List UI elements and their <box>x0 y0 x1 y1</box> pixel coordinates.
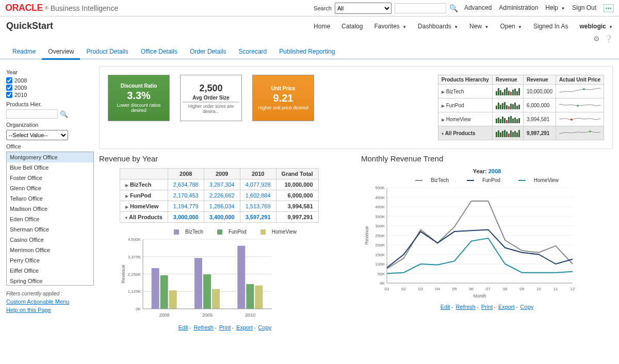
signout-link[interactable]: Sign Out <box>572 4 596 12</box>
office-list[interactable]: Montgomery Office Blue Bell Office Foste… <box>6 152 94 286</box>
office-item[interactable]: Sherman Office <box>7 224 93 235</box>
monthly-trend-panel: Monthly Revenue Trend Year: 2008 BizTech… <box>361 154 613 330</box>
year-label: Year <box>6 69 94 75</box>
tab-product-details[interactable]: Product Details <box>80 45 134 58</box>
table-row-total[interactable]: ▾All Products 9,997,291 <box>438 126 604 140</box>
col-2009[interactable]: 2009 <box>204 169 240 179</box>
nav-home[interactable]: Home <box>314 23 330 30</box>
tab-published-reporting[interactable]: Published Reporting <box>273 45 341 58</box>
office-item[interactable]: Blue Bell Office <box>7 162 93 173</box>
search-scope-select[interactable]: All <box>335 3 392 14</box>
office-item[interactable]: Eden Office <box>7 214 93 224</box>
help-icon[interactable]: ❔ <box>604 35 613 43</box>
nav-open[interactable]: Open ▼ <box>500 23 522 30</box>
office-item[interactable]: Spring Office <box>7 276 93 286</box>
kpi-unit-price[interactable]: Unit Price 9.21 Higher unit price desire… <box>252 75 314 121</box>
kpi-discount-ratio[interactable]: Discount Ratio 3.3% Lower discount ratio… <box>108 75 170 121</box>
svg-rect-20 <box>203 275 211 309</box>
expand-icon[interactable]: ▶ <box>442 90 445 94</box>
office-item[interactable]: Foster Office <box>7 173 93 183</box>
edit-link[interactable]: Edit <box>441 304 450 310</box>
help-link[interactable]: Help ▼ <box>545 4 565 12</box>
tab-order-details[interactable]: Order Details <box>184 45 233 58</box>
help-page-link[interactable]: Help on this Page <box>6 307 94 313</box>
col-unit-price[interactable]: Actual Unit Price <box>556 75 604 85</box>
office-item[interactable]: Eiffel Office <box>7 266 93 276</box>
products-hierarchy-table: Products Hierarchy Revenue Revenue Actua… <box>438 75 604 140</box>
year-2009-checkbox[interactable]: 2009 <box>6 85 94 91</box>
office-item[interactable]: Perry Office <box>7 255 93 266</box>
advanced-link[interactable]: Advanced <box>464 4 492 12</box>
refresh-link[interactable]: Refresh <box>455 304 476 310</box>
tab-overview[interactable]: Overview <box>42 45 80 60</box>
custom-actionable-menu-link[interactable]: Custom Actionable Menu <box>6 299 94 305</box>
page-subheader: QuickStart Home Catalog Favorites ▼ Dash… <box>0 16 619 35</box>
edit-link[interactable]: Edit <box>178 324 188 330</box>
print-link[interactable]: Print <box>219 324 231 330</box>
office-item[interactable]: Montgomery Office <box>7 152 93 162</box>
col-revenue[interactable]: Revenue <box>523 75 556 85</box>
col-products-hierarchy[interactable]: Products Hierarchy <box>438 75 492 85</box>
table-row-total[interactable]: ▾All Products3,000,0003,400,0003,597,291… <box>120 212 319 223</box>
svg-text:02: 02 <box>401 287 406 291</box>
copy-link[interactable]: Copy <box>520 304 534 310</box>
nav-favorites[interactable]: Favorites ▼ <box>374 23 406 30</box>
svg-text:450K: 450K <box>375 195 385 200</box>
trend-year-value[interactable]: 2008 <box>488 168 501 174</box>
office-label: Office <box>6 143 94 150</box>
refresh-link[interactable]: Refresh <box>193 324 214 330</box>
export-link[interactable]: Export <box>236 324 253 330</box>
col-grand-total[interactable]: Grand Total <box>276 169 318 179</box>
svg-rect-25 <box>255 286 263 309</box>
svg-text:50K: 50K <box>378 272 385 276</box>
administration-link[interactable]: Administration <box>499 4 538 12</box>
year-2010-checkbox[interactable]: 2010 <box>6 92 94 98</box>
office-item[interactable]: Tellaro Office <box>7 193 93 204</box>
print-link[interactable]: Print <box>481 304 493 310</box>
organization-select[interactable]: --Select Value-- <box>6 130 68 140</box>
svg-text:Revenue: Revenue <box>364 226 369 244</box>
office-item[interactable]: Glenn Office <box>7 183 93 193</box>
nav-new[interactable]: New ▼ <box>469 23 488 30</box>
nav-dashboards[interactable]: Dashboards ▼ <box>418 23 458 30</box>
gear-icon[interactable]: ⚙ <box>593 35 600 43</box>
nav-catalog[interactable]: Catalog <box>341 23 363 30</box>
table-row[interactable]: ▶HomeView1,194,7791,286,0341,513,7693,99… <box>120 201 319 212</box>
office-item[interactable]: Madison Office <box>7 204 93 214</box>
year-2008-checkbox[interactable]: 2008 <box>6 77 94 84</box>
tab-readme[interactable]: Readme <box>6 45 42 58</box>
table-row[interactable]: ▶FunPod 6,000,000 <box>438 98 604 112</box>
products-hier-input[interactable] <box>6 109 58 119</box>
col-revenue-bars[interactable]: Revenue <box>492 75 523 85</box>
svg-text:500K: 500K <box>375 186 385 190</box>
user-menu[interactable]: weblogic ▼ <box>579 23 613 30</box>
search-icon[interactable]: 🔍 <box>449 4 458 12</box>
copy-link[interactable]: Copy <box>258 324 272 330</box>
search-icon[interactable]: 🔍 <box>60 110 68 118</box>
tab-scorecard[interactable]: Scorecard <box>233 45 273 58</box>
table-row[interactable]: ▶FunPod2,170,4532,226,6621,602,8846,000,… <box>120 190 319 201</box>
col-2008[interactable]: 2008 <box>168 169 204 179</box>
tab-office-details[interactable]: Office Details <box>135 45 184 58</box>
expand-icon[interactable]: ▶ <box>442 104 445 108</box>
expand-icon[interactable]: ▶ <box>442 118 445 122</box>
office-item[interactable]: Merrimon Office <box>7 245 93 255</box>
svg-text:03: 03 <box>418 287 423 291</box>
kpi-avg-order-size[interactable]: 2,500 Avg Order Size Higher order sizes … <box>180 75 242 121</box>
svg-text:04: 04 <box>435 287 440 291</box>
chart-legend: BizTech FunPod HomeView <box>361 177 613 183</box>
svg-text:2008: 2008 <box>159 312 170 318</box>
table-row[interactable]: ▶BizTech 10,000,000 <box>438 85 604 98</box>
search-input[interactable] <box>395 3 446 13</box>
signed-in-label: Signed In As <box>533 23 568 30</box>
svg-text:1,125K: 1,125K <box>128 290 141 294</box>
app-switcher-icon[interactable]: ▪▪▪ <box>604 4 614 12</box>
office-item[interactable]: Casino Office <box>7 235 93 245</box>
svg-text:250K: 250K <box>375 234 385 238</box>
col-2010[interactable]: 2010 <box>240 169 276 179</box>
collapse-icon[interactable]: ▾ <box>442 131 444 136</box>
table-row[interactable]: ▶BizTech2,634,7883,287,3044,077,92810,00… <box>120 179 319 190</box>
table-row[interactable]: ▶HomeView 3,994,581 <box>438 112 604 126</box>
export-link[interactable]: Export <box>498 304 515 310</box>
svg-text:07: 07 <box>486 287 491 291</box>
